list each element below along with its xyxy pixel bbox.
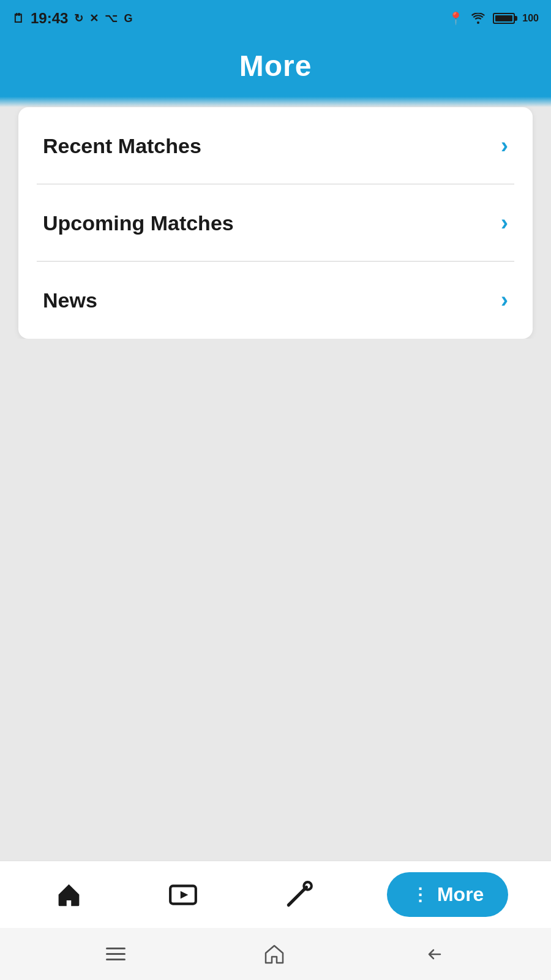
upcoming-matches-item[interactable]: Upcoming Matches ›: [18, 184, 533, 262]
recent-matches-label: Recent Matches: [43, 134, 201, 158]
bottom-nav: ⋮ More: [0, 861, 551, 928]
svg-marker-1: [181, 891, 189, 899]
recent-matches-item[interactable]: Recent Matches ›: [18, 107, 533, 184]
nav-more-label: More: [437, 883, 484, 906]
nav-home[interactable]: [43, 875, 95, 914]
sync-icon: ↻: [74, 12, 83, 25]
battery-icon: [493, 13, 515, 24]
status-bar-right: 📍 100: [448, 11, 539, 26]
svg-rect-4: [106, 948, 126, 949]
nav-tv[interactable]: [156, 873, 211, 916]
page-title: More: [0, 49, 551, 83]
cricket-icon: [283, 880, 314, 910]
header: More: [0, 37, 551, 107]
notification-icon: 🗒: [12, 12, 24, 26]
wifi-icon: [471, 13, 485, 24]
google-icon: G: [124, 12, 132, 25]
home-icon: [55, 881, 83, 908]
android-back-icon[interactable]: [423, 943, 445, 965]
svg-rect-5: [106, 953, 126, 955]
tv-icon: [168, 880, 198, 910]
news-chevron-icon: ›: [501, 287, 508, 313]
android-home-icon[interactable]: [263, 943, 285, 965]
recent-matches-chevron-icon: ›: [501, 133, 508, 159]
status-bar-left: 🗒 19:43 ↻ ✕ ⌥ G: [12, 10, 132, 27]
svg-point-3: [304, 882, 312, 890]
upcoming-matches-label: Upcoming Matches: [43, 211, 234, 235]
battery-label: 100: [522, 13, 539, 24]
content-area: [0, 339, 551, 798]
more-dots-icon: ⋮: [411, 884, 430, 905]
android-menu-icon[interactable]: [106, 948, 126, 961]
close-icon: ✕: [89, 12, 99, 25]
location-icon: 📍: [448, 11, 463, 26]
menu-card: Recent Matches › Upcoming Matches › News…: [18, 107, 533, 339]
status-bar: 🗒 19:43 ↻ ✕ ⌥ G 📍 100: [0, 0, 551, 37]
android-nav-bar: [0, 928, 551, 980]
news-item[interactable]: News ›: [18, 262, 533, 339]
time-display: 19:43: [31, 10, 68, 27]
news-label: News: [43, 288, 97, 312]
upcoming-matches-chevron-icon: ›: [501, 210, 508, 236]
usb-icon: ⌥: [105, 12, 118, 25]
nav-cricket[interactable]: [271, 873, 326, 916]
nav-more-button[interactable]: ⋮ More: [387, 872, 508, 917]
svg-line-2: [288, 887, 306, 905]
svg-rect-6: [106, 959, 126, 960]
